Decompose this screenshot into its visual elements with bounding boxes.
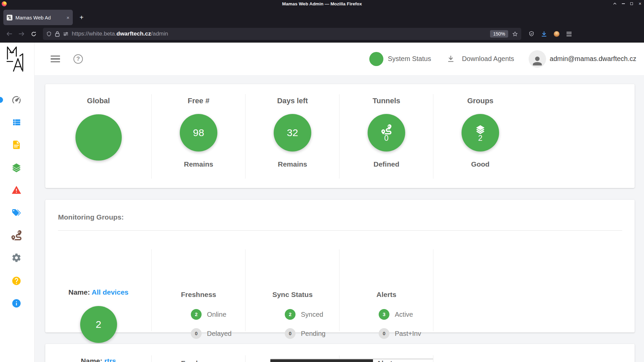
group-name-column: Name: rtrs [45, 344, 152, 362]
sync-status-column: Sync Status 2 Synced 0 Pending 0 Error [246, 237, 339, 333]
bookmark-star-icon[interactable] [512, 31, 518, 37]
section-title: Monitoring Groups: [58, 213, 124, 221]
tab-title-fade [48, 10, 64, 25]
empty-column [433, 344, 527, 362]
freshness-column: Freshness [152, 344, 246, 362]
group-name-label: Name: [81, 357, 102, 362]
stat-row: 0 Past+Inv [379, 328, 421, 339]
url-bar[interactable]: https://white.beta.dwarftech.cz/admin 15… [43, 28, 521, 40]
lock-icon[interactable] [55, 31, 60, 37]
group-name-link[interactable]: All devices [92, 288, 128, 296]
download-agents-label[interactable]: Download Agents [462, 55, 514, 63]
summary-col-tunnels: Tunnels 0 Defined [339, 84, 433, 188]
summary-col-global: Global [45, 84, 152, 188]
summary-title: Tunnels [339, 97, 433, 105]
tab-close-icon[interactable]: × [66, 14, 70, 21]
tab-bar: Mamas Web Ad × + [0, 7, 644, 25]
stat-label: Delayed [207, 330, 231, 338]
alerts-column: Alerts 3 Active 0 Past+Inv 0 Raised [339, 237, 433, 333]
permissions-icon[interactable] [63, 32, 68, 36]
stat-badge: 2 [285, 309, 296, 320]
tracking-shield-icon[interactable] [46, 31, 52, 37]
zoom-level-indicator[interactable]: 150% [490, 30, 508, 38]
sidebar-item-layers-icon[interactable] [11, 163, 21, 173]
freshness-column: Freshness 2 Online 0 Delayed 0 Late [152, 237, 246, 333]
summary-title: Global [45, 97, 152, 105]
monitoring-group-row: Name: All devices 2 Freshness 2 Online 0… [45, 237, 635, 333]
sidebar-item-settings-gear-icon[interactable] [11, 253, 21, 263]
monitoring-groups-card: Monitoring Groups: Name: All devices 2 F… [45, 200, 635, 333]
stat-row: 0 Delayed [191, 328, 231, 339]
stat-badge: 0 [191, 328, 202, 339]
summary-subtitle: Defined [339, 160, 433, 168]
route-icon [381, 124, 391, 134]
user-email[interactable]: admin@mamas.dwarftech.cz [550, 55, 636, 63]
window-titlebar: Mamas Web Admin — Mozilla Firefox ✕ [0, 0, 644, 7]
sidebar-item-tunnels-route-icon[interactable] [11, 230, 21, 240]
group-name-link[interactable]: rtrs [104, 357, 116, 362]
app-header: ? System Status Download Agents admin@ma… [35, 43, 644, 75]
summary-circle-days: 32 [274, 114, 311, 152]
url-domain: dwarftech.cz [116, 31, 151, 37]
app-menu-icon[interactable] [567, 32, 572, 36]
empty-column [433, 237, 527, 333]
navigation-bar: https://white.beta.dwarftech.cz/admin 15… [0, 25, 644, 43]
sidebar-item-devices-list-icon[interactable] [11, 117, 21, 127]
stat-label: Past+Inv [395, 330, 421, 338]
account-shield-icon[interactable] [529, 31, 534, 37]
column-heading: Freshness [152, 359, 246, 362]
app-logo-area [0, 43, 35, 75]
group-name-label: Name: [68, 288, 90, 296]
system-status-label[interactable]: System Status [388, 55, 431, 63]
user-avatar[interactable] [529, 50, 546, 68]
stat-row: 2 Online [191, 309, 231, 320]
column-heading: Alerts [339, 291, 433, 299]
url-scheme: https://white.beta. [72, 31, 116, 37]
url-path: /admin [151, 31, 168, 37]
summary-subtitle: Good [433, 160, 527, 168]
new-tab-button[interactable]: + [76, 12, 87, 23]
tab-favicon [7, 15, 12, 20]
close-window-icon[interactable]: ✕ [638, 2, 642, 6]
menu-toggle-icon[interactable] [49, 54, 61, 64]
browser-tab[interactable]: Mamas Web Ad × [3, 10, 73, 25]
maximize-icon[interactable] [630, 2, 634, 6]
minimize-icon[interactable] [621, 2, 625, 6]
stat-label: Pending [301, 330, 325, 338]
summary-circle-groups: 2 [462, 114, 499, 152]
column-heading: Sync Status [246, 291, 339, 299]
stat-badge: 3 [379, 309, 389, 320]
stat-label: Synced [301, 311, 323, 318]
column-heading: Freshness [152, 291, 246, 299]
summary-circle-global [75, 114, 122, 161]
system-status-indicator[interactable] [369, 52, 383, 66]
summary-circle-tunnels: 0 [368, 114, 405, 152]
sidebar-item-dashboard-gauge-icon[interactable] [11, 95, 21, 105]
main-content: Global Free # 98 Remains Days left 32 Re… [35, 75, 644, 362]
sidebar-active-indicator [0, 97, 3, 103]
layers-icon [475, 124, 486, 134]
extension-icon[interactable] [554, 31, 559, 37]
summary-card: Global Free # 98 Remains Days left 32 Re… [45, 84, 635, 188]
sidebar-item-tags-icon[interactable] [11, 207, 21, 218]
downloads-icon[interactable] [541, 31, 547, 37]
sidebar-item-help-icon[interactable] [11, 276, 21, 286]
sidebar-item-info-icon[interactable] [11, 298, 21, 308]
sidebar-item-alerts-warning-icon[interactable] [11, 185, 21, 195]
reload-icon[interactable] [29, 29, 38, 39]
mamas-logo[interactable] [5, 45, 29, 73]
stat-badge: 0 [379, 328, 389, 339]
summary-value: 32 [287, 127, 298, 138]
summary-subtitle: Remains [246, 160, 339, 168]
help-icon[interactable]: ? [73, 54, 83, 64]
shade-window-icon[interactable] [613, 2, 617, 6]
sidebar-item-document-icon[interactable] [11, 140, 21, 150]
stat-row: 3 Active [379, 309, 421, 320]
stat-row: 2 Synced [285, 309, 325, 320]
url-text[interactable]: https://white.beta.dwarftech.cz/admin [72, 31, 168, 37]
download-agents-icon[interactable] [447, 55, 454, 63]
summary-value: 98 [193, 127, 204, 138]
forward-icon[interactable] [17, 29, 26, 39]
back-icon[interactable] [5, 29, 14, 39]
sidebar [0, 75, 35, 362]
